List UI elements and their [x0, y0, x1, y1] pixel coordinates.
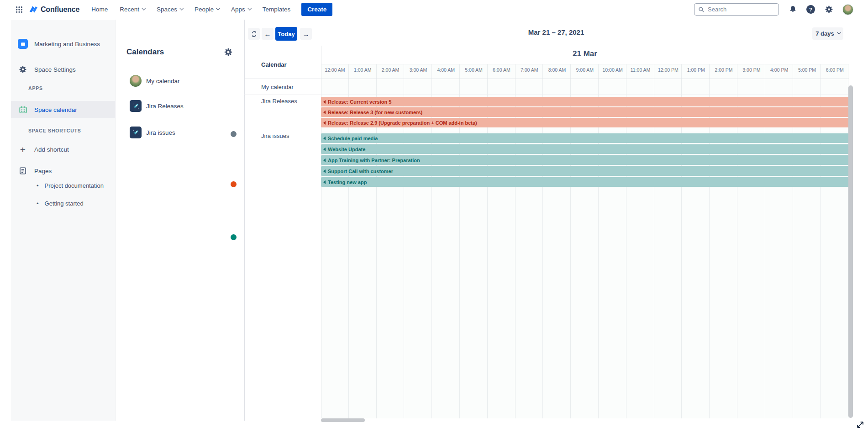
- notifications-icon[interactable]: [788, 5, 798, 15]
- vertical-scrollbar[interactable]: [848, 85, 853, 418]
- time-label: 6:00 AM: [488, 67, 516, 73]
- nav-people[interactable]: People: [195, 6, 219, 13]
- date-range-title: Mar 21 – 27, 2021: [244, 28, 868, 36]
- time-label: 4:00 AM: [432, 67, 460, 73]
- top-navigation: Home Recent Spaces People Apps Templates: [91, 6, 290, 13]
- time-label: 6:00 PM: [821, 67, 849, 73]
- search-box[interactable]: [694, 3, 779, 16]
- gear-icon: [18, 65, 28, 74]
- calendar-color-dot[interactable]: [231, 181, 237, 187]
- event-bar-issue[interactable]: Schedule paid media: [321, 133, 849, 143]
- event-continues-left-icon: [323, 100, 326, 104]
- row-label-jira-issues: Jira issues: [261, 132, 289, 139]
- event-bar-issue[interactable]: App Training with Partner: Preparation: [321, 155, 849, 165]
- calendar-icon: [18, 106, 28, 114]
- calendars-panel: Calendars My calendar Jira Releases Jira…: [116, 20, 244, 421]
- horizontal-scrollbar[interactable]: [321, 418, 365, 422]
- time-label: 9:00 AM: [571, 67, 599, 73]
- space-sidebar: Marketing and Business Space Settings AP…: [11, 20, 116, 421]
- search-input[interactable]: [708, 6, 775, 13]
- event-continues-left-icon: [323, 169, 326, 173]
- event-bar-issue[interactable]: Testing new app: [321, 177, 849, 187]
- row-separator: [244, 130, 849, 130]
- help-icon[interactable]: ?: [806, 5, 815, 14]
- grid-header-topline: [321, 64, 849, 64]
- sidebar-item-pages[interactable]: Pages: [11, 162, 116, 180]
- chevron-down-icon: [142, 6, 145, 10]
- rocket-icon: [130, 100, 142, 112]
- event-bar-issue[interactable]: Support Call with customer: [321, 166, 849, 176]
- arrow-left-icon: ←: [264, 31, 271, 37]
- settings-icon[interactable]: [824, 5, 834, 15]
- calendar-list-item-my-calendar[interactable]: My calendar: [116, 73, 244, 89]
- search-icon: [698, 6, 705, 13]
- product-name: Confluence: [41, 5, 79, 14]
- sidebar-section-shortcuts: SPACE SHORTCUTS: [28, 128, 81, 133]
- event-continues-left-icon: [323, 137, 326, 140]
- plus-icon: +: [18, 145, 28, 154]
- create-button[interactable]: Create: [301, 3, 332, 16]
- space-name: Marketing and Business: [34, 41, 100, 48]
- grid-header-underline: [244, 79, 849, 79]
- user-avatar[interactable]: [842, 4, 853, 15]
- event-bar-release[interactable]: Release: Release 2.9 (Upgrade preparatio…: [321, 118, 849, 127]
- confluence-logo[interactable]: Confluence: [29, 5, 79, 14]
- time-label: 12:00 AM: [321, 67, 349, 73]
- sidebar-item-space-settings[interactable]: Space Settings: [11, 61, 116, 78]
- time-label: 5:00 PM: [793, 67, 821, 73]
- event-continues-left-icon: [323, 158, 326, 162]
- rocket-icon: [130, 127, 142, 138]
- nav-templates[interactable]: Templates: [263, 6, 291, 13]
- time-label: 7:00 AM: [516, 67, 543, 73]
- next-period-button[interactable]: →: [300, 28, 312, 40]
- chevron-down-icon: [247, 6, 251, 10]
- space-icon: [18, 39, 28, 49]
- sidebar-page-link[interactable]: Project documentation: [37, 182, 104, 189]
- time-label: 1:00 AM: [349, 67, 377, 73]
- avatar: [130, 75, 142, 87]
- time-label: 4:00 PM: [765, 67, 793, 73]
- chevron-down-icon: [837, 31, 841, 34]
- resize-handle-icon[interactable]: [855, 419, 866, 430]
- nav-recent[interactable]: Recent: [120, 6, 145, 13]
- nav-home[interactable]: Home: [91, 6, 108, 13]
- event-continues-left-icon: [323, 111, 326, 114]
- arrow-right-icon: →: [303, 31, 310, 37]
- panel-divider: [244, 20, 245, 421]
- calendars-panel-title: Calendars: [126, 48, 164, 57]
- calendar-grid: [321, 64, 849, 418]
- sidebar-page-link[interactable]: Getting started: [37, 200, 84, 207]
- event-bar-release[interactable]: Release: Current version 5: [321, 97, 849, 106]
- time-label: 3:00 PM: [737, 67, 765, 73]
- sidebar-item-space-calendar[interactable]: Space calendar: [11, 101, 116, 118]
- time-label: 12:00 PM: [654, 67, 682, 73]
- calendars-settings-icon[interactable]: [223, 47, 233, 57]
- document-icon: [18, 167, 28, 175]
- period-selector[interactable]: 7 days: [812, 27, 843, 40]
- event-bar-release[interactable]: Release: Release 3 (for new customers): [321, 107, 849, 117]
- chevron-down-icon: [216, 6, 220, 10]
- space-header[interactable]: Marketing and Business: [11, 35, 116, 53]
- nav-apps[interactable]: Apps: [231, 6, 251, 13]
- event-bar-issue[interactable]: Website Update: [321, 144, 849, 154]
- nav-spaces[interactable]: Spaces: [157, 6, 183, 13]
- time-label: 8:00 AM: [543, 67, 571, 73]
- confluence-logo-icon: [29, 5, 38, 14]
- calendar-color-dot[interactable]: [231, 234, 237, 240]
- time-label: 1:00 PM: [682, 67, 710, 73]
- confluence-app: Confluence Home Recent Spaces People App…: [0, 0, 868, 433]
- sidebar-item-add-shortcut[interactable]: + Add shortcut: [11, 141, 116, 158]
- calendar-column-header: Calendar: [261, 61, 287, 68]
- today-button[interactable]: Today: [275, 27, 297, 41]
- app-switcher-icon[interactable]: [15, 5, 23, 14]
- previous-period-button[interactable]: ←: [262, 28, 274, 40]
- calendar-list-item-jira-issues[interactable]: Jira issues: [116, 125, 244, 140]
- calendar-list-item-jira-releases[interactable]: Jira Releases: [116, 98, 244, 114]
- row-label-jira-releases: Jira Releases: [261, 98, 297, 105]
- refresh-button[interactable]: [248, 28, 260, 40]
- time-label: 2:00 AM: [377, 67, 405, 73]
- topbar-right: ?: [694, 3, 853, 16]
- time-label: 2:00 PM: [710, 67, 738, 73]
- day-header: 21 Mar: [321, 49, 849, 58]
- event-continues-left-icon: [323, 180, 326, 184]
